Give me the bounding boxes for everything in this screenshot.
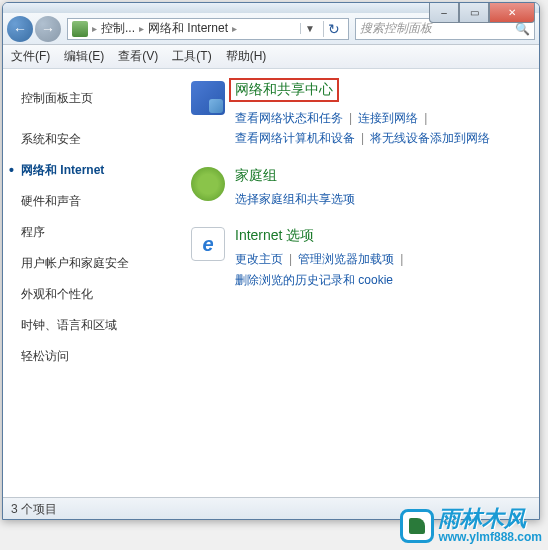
link-separator: | [289,252,292,266]
minimize-button[interactable]: – [429,3,459,23]
close-button[interactable]: ✕ [489,3,535,23]
window-controls: – ▭ ✕ [429,3,535,23]
location-icon [72,21,88,37]
menu-help[interactable]: 帮助(H) [226,48,267,65]
category-links: 选择家庭组和共享选项 [235,189,521,209]
address-bar[interactable]: ▸ 控制... ▸ 网络和 Internet ▸ ▼ ↻ [67,18,349,40]
watermark-brand: 雨林木风 [438,508,542,530]
breadcrumb-seg[interactable]: 网络和 Internet [148,20,228,37]
category-link[interactable]: 将无线设备添加到网络 [370,131,490,145]
maximize-button[interactable]: ▭ [459,3,489,23]
highlight-box: 网络和共享中心 [229,78,339,102]
category: 家庭组选择家庭组和共享选项 [191,167,521,209]
home-icon [191,167,225,201]
back-button[interactable]: ← [7,16,33,42]
main-panel: 网络和共享中心查看网络状态和任务|连接到网络|查看网络计算机和设备|将无线设备添… [173,69,539,497]
category-link[interactable]: 更改主页 [235,252,283,266]
sidebar-item[interactable]: 控制面板主页 [21,83,173,114]
category-link[interactable]: 管理浏览器加载项 [298,252,394,266]
category: Internet 选项更改主页|管理浏览器加载项|删除浏览的历史记录和 cook… [191,227,521,290]
forward-button[interactable]: → [35,16,61,42]
sidebar-item[interactable]: 硬件和声音 [21,186,173,217]
refresh-icon[interactable]: ↻ [323,21,344,37]
category-links: 更改主页|管理浏览器加载项|删除浏览的历史记录和 cookie [235,249,521,290]
link-separator: | [400,252,403,266]
status-text: 3 个项目 [11,502,57,516]
menu-edit[interactable]: 编辑(E) [64,48,104,65]
menu-tools[interactable]: 工具(T) [172,48,211,65]
control-panel-window: – ▭ ✕ ← → ▸ 控制... ▸ 网络和 Internet ▸ ▼ ↻ 搜… [2,2,540,520]
sidebar-item[interactable]: 轻松访问 [21,341,173,372]
category-links: 查看网络状态和任务|连接到网络|查看网络计算机和设备|将无线设备添加到网络 [235,108,521,149]
breadcrumb-seg[interactable]: 控制... [101,20,135,37]
ie-icon [191,227,225,261]
category-link[interactable]: 查看网络状态和任务 [235,111,343,125]
watermark-logo-icon [400,509,434,543]
sidebar-item[interactable]: 网络和 Internet [21,155,173,186]
category-link[interactable]: 连接到网络 [358,111,418,125]
link-separator: | [361,131,364,145]
address-dropdown-icon[interactable]: ▼ [300,23,319,34]
sidebar: 控制面板主页系统和安全网络和 Internet硬件和声音程序用户帐户和家庭安全外… [3,69,173,497]
sidebar-item[interactable]: 程序 [21,217,173,248]
link-separator: | [349,111,352,125]
category: 网络和共享中心查看网络状态和任务|连接到网络|查看网络计算机和设备|将无线设备添… [191,81,521,149]
menu-bar: 文件(F) 编辑(E) 查看(V) 工具(T) 帮助(H) [3,45,539,69]
network-icon [191,81,225,115]
category-link[interactable]: 查看网络计算机和设备 [235,131,355,145]
watermark: 雨林木风 www.ylmf888.com [400,508,542,544]
menu-file[interactable]: 文件(F) [11,48,50,65]
menu-view[interactable]: 查看(V) [118,48,158,65]
content-area: 控制面板主页系统和安全网络和 Internet硬件和声音程序用户帐户和家庭安全外… [3,69,539,497]
category-link[interactable]: 删除浏览的历史记录和 cookie [235,273,393,287]
category-title[interactable]: Internet 选项 [235,227,521,245]
sidebar-item[interactable]: 用户帐户和家庭安全 [21,248,173,279]
category-link[interactable]: 选择家庭组和共享选项 [235,192,355,206]
breadcrumb-sep-icon: ▸ [92,23,97,34]
link-separator: | [424,111,427,125]
breadcrumb-sep-icon: ▸ [232,23,237,34]
search-icon[interactable]: 🔍 [515,22,530,36]
category-title[interactable]: 网络和共享中心 [235,81,521,104]
sidebar-item[interactable]: 系统和安全 [21,124,173,155]
sidebar-item[interactable]: 外观和个性化 [21,279,173,310]
sidebar-item[interactable]: 时钟、语言和区域 [21,310,173,341]
category-title[interactable]: 家庭组 [235,167,521,185]
breadcrumb-sep-icon: ▸ [139,23,144,34]
search-placeholder: 搜索控制面板 [360,20,432,37]
watermark-url: www.ylmf888.com [438,530,542,544]
